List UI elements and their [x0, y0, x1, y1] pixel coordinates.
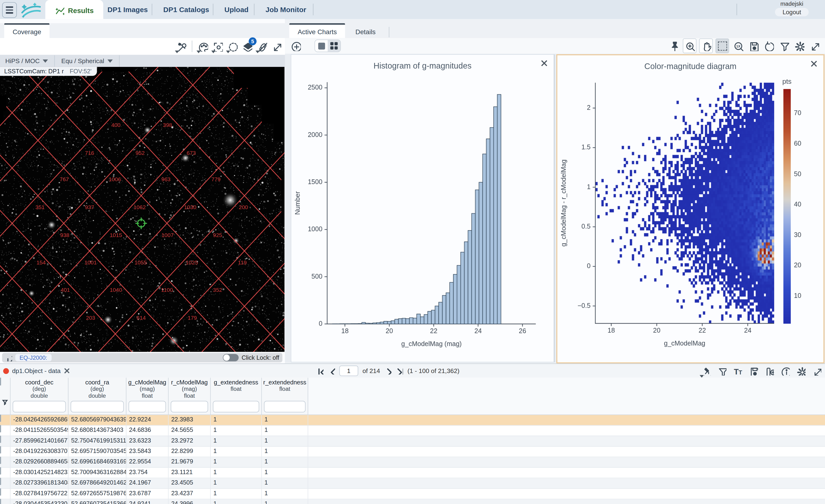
table-row[interactable]: -28.02784197567221452.6972655751987623.6… — [0, 489, 825, 499]
tab-details[interactable]: Details — [347, 23, 384, 39]
tools-button[interactable] — [175, 39, 188, 53]
row-checkbox[interactable] — [0, 499, 1, 504]
zoom-in-tool-button[interactable] — [683, 38, 697, 53]
row-select-cell — [0, 499, 10, 504]
restore-chart-button[interactable] — [762, 39, 775, 53]
prev-page-icon[interactable] — [328, 367, 335, 374]
table-row[interactable]: -28.04115265503549652.680814367340324.68… — [0, 426, 825, 436]
table-row[interactable]: -28.0419226308370752.6957159070354523.58… — [0, 446, 825, 457]
inspect-rows-button[interactable] — [700, 364, 712, 378]
row-checkbox[interactable] — [0, 436, 1, 443]
logout-button[interactable]: Logout — [775, 8, 808, 16]
color-settings-button[interactable] — [197, 39, 209, 53]
chart-settings-button[interactable] — [793, 39, 806, 53]
row-checkbox[interactable] — [0, 446, 1, 453]
row-filler — [308, 426, 825, 436]
column-filter-input[interactable] — [171, 401, 208, 412]
column-filter-input[interactable] — [13, 401, 66, 412]
table-row[interactable]: -28.02926608894658552.6996168469316922.9… — [0, 457, 825, 468]
table-cell: -28.030142521482333 — [10, 468, 68, 478]
row-checkbox[interactable] — [0, 488, 1, 496]
coverage-sky-canvas[interactable] — [0, 67, 285, 352]
close-cmd-icon[interactable] — [810, 60, 818, 68]
column-header-coord_ra[interactable]: coord_ra(deg)double — [69, 378, 127, 415]
single-view-button[interactable] — [315, 40, 327, 52]
row-filler — [308, 457, 825, 467]
column-header-coord_dec[interactable]: coord_dec(deg)double — [10, 378, 68, 415]
pan-tool-button[interactable] — [699, 38, 713, 53]
histogram-canvas[interactable] — [291, 55, 552, 361]
table-row[interactable]: -28.03014252148233352.70094363162884623.… — [0, 468, 825, 478]
expand-charts-button[interactable] — [808, 39, 821, 53]
nav-tab-dp1-images[interactable]: DP1 Images — [98, 0, 157, 19]
column-header-g_cModelMag[interactable]: g_cModelMag(mag)float — [127, 378, 169, 415]
close-histogram-icon[interactable] — [540, 59, 548, 68]
row-checkbox[interactable] — [0, 478, 1, 485]
column-header-r_cModelMag[interactable]: r_cModelMag(mag)float — [168, 378, 211, 415]
page-number-input[interactable] — [339, 365, 358, 376]
tab-coverage[interactable]: Coverage — [4, 23, 50, 39]
table-info-button[interactable] — [779, 364, 791, 378]
external-link-icon[interactable] — [5, 354, 12, 361]
nav-tab-dp1-catalogs[interactable]: DP1 Catalogs — [154, 0, 219, 19]
filter-chart-button[interactable] — [777, 39, 790, 53]
column-type: float — [211, 386, 261, 393]
row-checkbox[interactable] — [0, 415, 1, 422]
nav-tab-job-monitor[interactable]: Job Monitor — [256, 0, 316, 19]
first-page-icon[interactable] — [316, 367, 323, 374]
row-checkbox[interactable] — [0, 425, 1, 432]
table-cell: 1 — [262, 436, 308, 446]
column-header-g_extendedness[interactable]: g_extendednessfloat — [211, 378, 262, 415]
pin-chart-button[interactable] — [667, 39, 680, 53]
expand-coverage-button[interactable] — [270, 39, 283, 53]
select-region-button[interactable] — [226, 39, 238, 53]
column-filter-input[interactable] — [213, 401, 259, 412]
zoom-reset-button[interactable]: 1X — [732, 39, 744, 53]
table-cell: 1 — [262, 478, 308, 488]
save-chart-button[interactable] — [747, 39, 760, 53]
next-page-icon[interactable] — [384, 367, 392, 374]
click-lock-toggle[interactable] — [223, 354, 238, 361]
filter-table-button[interactable] — [716, 364, 728, 378]
nav-tab-results[interactable]: Results — [45, 0, 103, 21]
table-row[interactable]: -27.8599621401667752.7504761991531123.63… — [0, 436, 825, 446]
column-filter-input[interactable] — [129, 401, 166, 412]
row-checkbox[interactable] — [0, 467, 1, 475]
filter-row-icon[interactable] — [2, 399, 9, 406]
unlink-button[interactable] — [255, 39, 268, 53]
page-count-label: of 214 — [362, 367, 380, 374]
table-cell: 23.1121 — [168, 468, 211, 478]
nav-tab-upload[interactable]: Upload — [215, 0, 258, 19]
recenter-button[interactable] — [211, 39, 224, 53]
row-filler — [308, 478, 825, 488]
nav-tab-label: Results — [68, 7, 93, 14]
table-row[interactable]: -28.0273396181340852.6978664920146224.19… — [0, 478, 825, 489]
table-settings-button[interactable] — [795, 364, 807, 378]
tab-active-charts[interactable]: Active Charts — [289, 23, 345, 39]
column-filter-input[interactable] — [264, 401, 305, 412]
table-cell: 23.754 — [127, 468, 169, 478]
column-filter-input[interactable] — [71, 401, 124, 412]
grid-view-button[interactable] — [328, 40, 341, 52]
projection-dropdown[interactable]: Equ / Spherical — [61, 57, 112, 65]
box-select-tool-button[interactable] — [716, 38, 729, 53]
menu-hamburger-icon[interactable] — [2, 2, 17, 18]
cmd-canvas[interactable] — [557, 55, 821, 360]
close-table-icon[interactable] — [64, 367, 70, 374]
table-panel: dp1.Object - data of 214 (1 - 100 of 21,… — [0, 363, 825, 504]
save-table-button[interactable] — [747, 364, 760, 378]
column-header-r_extendedness[interactable]: r_extendednessfloat — [262, 378, 308, 415]
hips-moc-dropdown[interactable]: HiPS / MOC — [5, 57, 48, 65]
add-column-button[interactable] — [763, 364, 775, 378]
table-cell: 22.3983 — [168, 415, 211, 425]
last-page-icon[interactable] — [396, 367, 403, 374]
table-cell: 52.680569790436394 — [69, 415, 127, 425]
text-view-button[interactable]: TT — [731, 364, 744, 378]
select-all-checkbox[interactable] — [0, 378, 1, 386]
row-checkbox[interactable] — [0, 456, 1, 464]
expand-table-button[interactable] — [810, 364, 823, 378]
add-chart-button[interactable] — [289, 39, 302, 53]
table-row[interactable]: -28.0304453543230452.6976073541536624.92… — [0, 499, 825, 504]
layers-button[interactable]: 5 — [241, 39, 253, 53]
table-row[interactable]: -28.04264265926865852.68056979043639422.… — [0, 415, 825, 425]
